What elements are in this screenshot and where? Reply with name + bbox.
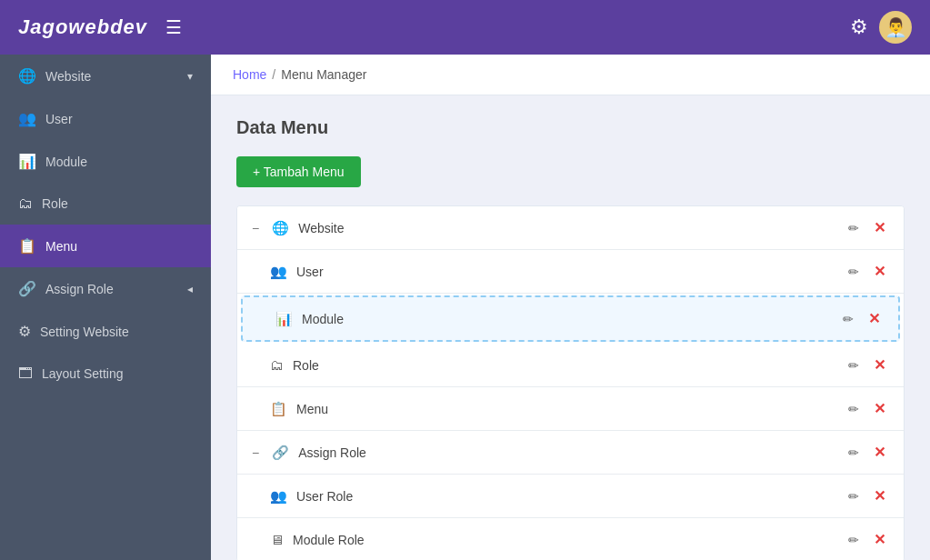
edit-assign-role-button[interactable]: ✏ (845, 444, 863, 462)
sidebar-item-label: Module (45, 155, 87, 169)
module-role-row-label: Module Role (293, 533, 835, 547)
user-row-icon: 👥 (270, 264, 287, 280)
setting-icon: ⚙ (18, 323, 31, 340)
main-container: 🌐 Website ▾ 👥 User 📊 Module 🗂 Role 📋 Men… (0, 55, 930, 560)
module-icon: 📊 (18, 153, 36, 170)
chevron-down-icon: ▾ (187, 70, 193, 83)
gear-icon[interactable]: ⚙ (850, 15, 868, 39)
breadcrumb: Home / Menu Manager (211, 55, 930, 95)
assign-collapse-icon[interactable]: − (252, 445, 259, 460)
layout-icon: 🗔 (18, 365, 33, 382)
assign-role-row-label: Assign Role (298, 445, 835, 460)
edit-role-button[interactable]: ✏ (845, 356, 863, 375)
user-role-actions: ✏ ✕ (845, 485, 889, 506)
website-row-icon: 🌐 (272, 220, 289, 236)
sidebar-item-module[interactable]: 📊 Module (0, 140, 211, 183)
sidebar-item-menu[interactable]: 📋 Menu (0, 225, 211, 267)
sidebar-item-role[interactable]: 🗂 Role (0, 183, 211, 225)
assign-role-icon: 🔗 (18, 280, 36, 297)
menu-row-website: − 🌐 Website ✏ ✕ (237, 206, 904, 250)
module-row-label: Module (302, 312, 830, 326)
sidebar-item-setting-website[interactable]: ⚙ Setting Website (0, 310, 211, 353)
collapse-icon[interactable]: − (252, 221, 259, 235)
avatar[interactable]: 👨‍💼 (879, 11, 912, 44)
navbar-left: Jagowebdev ☰ (18, 15, 182, 39)
menu-row-label: Menu (296, 402, 835, 416)
sidebar-item-label: Setting Website (40, 325, 129, 339)
content-area: Home / Menu Manager Data Menu + Tambah M… (211, 55, 930, 560)
delete-role-button[interactable]: ✕ (870, 355, 889, 375)
delete-website-button[interactable]: ✕ (870, 217, 889, 238)
delete-module-role-button[interactable]: ✕ (870, 529, 889, 550)
sidebar-item-label: Layout Setting (42, 366, 124, 381)
menu-tree: − 🌐 Website ✏ ✕ 👥 User ✏ ✕ (236, 205, 905, 560)
edit-user-role-button[interactable]: ✏ (845, 487, 863, 505)
menu-row-user-role: 👥 User Role ✏ ✕ (237, 475, 904, 518)
edit-module-button[interactable]: ✏ (839, 310, 857, 328)
page-title: Data Menu (236, 117, 905, 138)
module-role-actions: ✏ ✕ (845, 529, 889, 550)
breadcrumb-current: Menu Manager (281, 67, 366, 82)
user-role-row-icon: 👥 (270, 488, 287, 505)
user-row-label: User (296, 265, 835, 279)
breadcrumb-separator: / (272, 67, 275, 82)
menu-actions: ✏ ✕ (845, 398, 889, 419)
module-role-row-icon: 🖥 (270, 532, 284, 547)
module-row-icon: 📊 (275, 311, 293, 327)
user-icon: 👥 (18, 110, 36, 127)
user-actions: ✏ ✕ (845, 261, 889, 282)
chevron-icon: ◂ (187, 283, 193, 295)
sidebar-item-assign-role[interactable]: 🔗 Assign Role ◂ (0, 267, 211, 310)
website-icon: 🌐 (18, 67, 36, 85)
delete-user-role-button[interactable]: ✕ (870, 485, 889, 506)
assign-role-row-icon: 🔗 (272, 445, 289, 461)
role-actions: ✏ ✕ (845, 355, 889, 375)
menu-row-assign-role: − 🔗 Assign Role ✏ ✕ (237, 431, 904, 475)
menu-row-role: 🗂 Role ✏ ✕ (237, 344, 904, 387)
role-icon: 🗂 (18, 195, 33, 212)
menu-icon: 📋 (18, 237, 36, 255)
navbar: Jagowebdev ☰ ⚙ 👨‍💼 (0, 0, 930, 55)
assign-role-actions: ✏ ✕ (845, 442, 889, 463)
sidebar-item-layout-setting[interactable]: 🗔 Layout Setting (0, 353, 211, 395)
brand-logo: Jagowebdev (18, 15, 147, 39)
sidebar-item-label: Role (42, 196, 68, 211)
edit-menu-button[interactable]: ✏ (845, 400, 863, 418)
sidebar-item-label: User (45, 112, 73, 126)
page-content: Data Menu + Tambah Menu − 🌐 Website ✏ ✕ … (211, 95, 930, 560)
navbar-right: ⚙ 👨‍💼 (850, 11, 912, 44)
delete-menu-button[interactable]: ✕ (870, 398, 889, 419)
sidebar: 🌐 Website ▾ 👥 User 📊 Module 🗂 Role 📋 Men… (0, 55, 211, 560)
sidebar-item-label: Website (45, 69, 91, 84)
delete-assign-role-button[interactable]: ✕ (870, 442, 889, 463)
breadcrumb-home[interactable]: Home (233, 67, 266, 82)
sidebar-item-website[interactable]: 🌐 Website ▾ (0, 55, 211, 97)
add-menu-button[interactable]: + Tambah Menu (236, 156, 361, 187)
menu-row-module: 📊 Module ✏ ✕ (241, 295, 900, 342)
edit-user-button[interactable]: ✏ (845, 263, 863, 281)
menu-row-icon: 📋 (270, 401, 287, 417)
delete-module-button[interactable]: ✕ (865, 308, 884, 329)
module-actions: ✏ ✕ (839, 308, 884, 329)
user-role-row-label: User Role (296, 489, 835, 504)
delete-user-button[interactable]: ✕ (870, 261, 889, 282)
sidebar-item-label: Menu (45, 239, 77, 254)
menu-row-module-role: 🖥 Module Role ✏ ✕ (237, 518, 904, 560)
edit-website-button[interactable]: ✏ (845, 219, 863, 237)
role-row-icon: 🗂 (270, 357, 284, 373)
menu-row-menu: 📋 Menu ✏ ✕ (237, 387, 904, 431)
website-row-label: Website (298, 221, 835, 235)
website-actions: ✏ ✕ (845, 217, 889, 238)
edit-module-role-button[interactable]: ✏ (845, 531, 863, 549)
menu-row-user: 👥 User ✏ ✕ (237, 250, 904, 294)
role-row-label: Role (293, 358, 835, 373)
sidebar-item-label: Assign Role (45, 282, 114, 296)
sidebar-item-user[interactable]: 👥 User (0, 97, 211, 140)
hamburger-icon[interactable]: ☰ (165, 16, 182, 38)
